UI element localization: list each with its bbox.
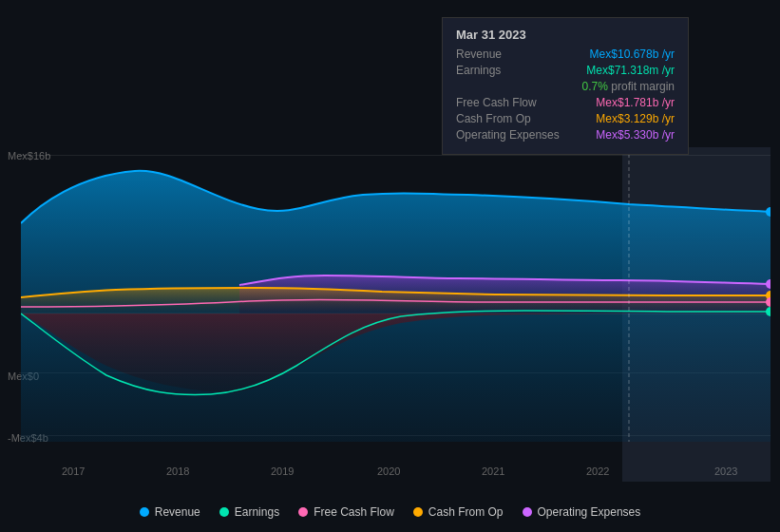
revenue-value: Mex$10.678b /yr	[590, 48, 675, 61]
profit-margin-value: 0.7% profit margin	[582, 80, 675, 93]
x-label-2018: 2018	[166, 466, 189, 477]
legend-label-earnings: Earnings	[235, 505, 279, 519]
legend-dot-fcf	[298, 507, 308, 517]
earnings-label: Earnings	[456, 64, 501, 77]
profit-margin-pct: 0.7%	[582, 80, 608, 93]
legend-item-opex: Operating Expenses	[523, 505, 641, 519]
legend-label-revenue: Revenue	[155, 505, 200, 519]
x-label-2017: 2017	[62, 466, 85, 477]
legend-item-fcf: Free Cash Flow	[298, 505, 394, 519]
revenue-label: Revenue	[456, 48, 502, 61]
fcf-value: Mex$1.781b /yr	[596, 96, 675, 109]
cashfromop-label: Cash From Op	[456, 112, 531, 125]
chart-svg	[21, 147, 770, 442]
earnings-value: Mex$71.318m /yr	[586, 64, 675, 77]
legend-label-fcf: Free Cash Flow	[314, 505, 394, 519]
tooltip-row-opex: Operating Expenses Mex$5.330b /yr	[456, 128, 675, 142]
tooltip-row-earnings: Earnings Mex$71.318m /yr	[456, 64, 675, 77]
tooltip-row-fcf: Free Cash Flow Mex$1.781b /yr	[456, 96, 675, 109]
opex-value: Mex$5.330b /yr	[596, 128, 675, 142]
legend-dot-earnings	[219, 507, 229, 517]
legend-label-opex: Operating Expenses	[538, 505, 641, 519]
x-label-2020: 2020	[377, 466, 400, 477]
tooltip-row-cashfromop: Cash From Op Mex$3.129b /yr	[456, 112, 675, 125]
legend: Revenue Earnings Free Cash Flow Cash Fro…	[0, 505, 780, 519]
legend-item-earnings: Earnings	[219, 505, 279, 519]
legend-item-cashfromop: Cash From Op	[413, 505, 504, 519]
chart-container: Mar 31 2023 Revenue Mex$10.678b /yr Earn…	[0, 0, 780, 532]
x-label-2021: 2021	[482, 466, 504, 477]
legend-dot-cashfromop	[413, 507, 423, 517]
legend-label-cashfromop: Cash From Op	[428, 505, 504, 519]
fcf-label: Free Cash Flow	[456, 96, 537, 109]
legend-item-revenue: Revenue	[140, 505, 200, 519]
x-label-2022: 2022	[586, 466, 609, 477]
x-label-2019: 2019	[271, 466, 294, 477]
legend-dot-revenue	[140, 507, 149, 517]
opex-label: Operating Expenses	[456, 128, 560, 142]
tooltip-row-profit-margin: 0.7% profit margin	[456, 80, 675, 93]
legend-dot-opex	[523, 507, 532, 517]
profit-margin-text: profit margin	[611, 80, 675, 93]
cashfromop-value: Mex$3.129b /yr	[596, 112, 675, 125]
tooltip-box: Mar 31 2023 Revenue Mex$10.678b /yr Earn…	[442, 17, 689, 155]
tooltip-title: Mar 31 2023	[456, 28, 675, 42]
tooltip-row-revenue: Revenue Mex$10.678b /yr	[456, 48, 675, 61]
